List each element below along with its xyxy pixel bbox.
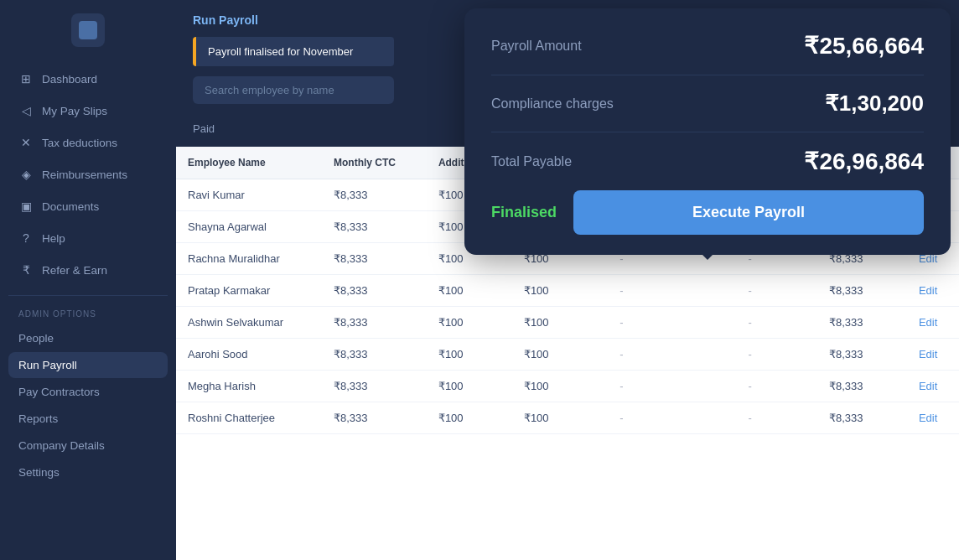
sidebar-item-pay-contractors-label: Pay Contractors [18, 386, 100, 398]
cell-edit[interactable]: Edit [907, 307, 959, 339]
payroll-amount-value: ₹25,66,664 [804, 32, 924, 60]
cell-monthly-ctc: ₹8,333 [322, 243, 427, 275]
sidebar-item-pay-contractors[interactable]: Pay Contractors [8, 379, 168, 405]
sidebar-item-people[interactable]: People [8, 325, 168, 351]
popup-divider-2 [491, 132, 924, 132]
sidebar-item-my-pay-slips[interactable]: ◁ My Pay Slips [8, 96, 168, 126]
sidebar-item-company-details[interactable]: Company Details [8, 433, 168, 459]
cell-deductions: ₹100 [512, 402, 608, 434]
cell-employee-name: Roshni Chatterjee [176, 402, 322, 434]
cell-deductions: ₹100 [512, 275, 608, 307]
cell-monthly-ctc: ₹8,333 [322, 179, 427, 211]
sidebar-item-help[interactable]: ? Help [8, 223, 168, 253]
cell-additions: ₹100 [427, 402, 512, 434]
compliance-value: ₹1,30,200 [825, 91, 924, 117]
cell-monthly-ctc: ₹8,333 [322, 371, 427, 402]
cell-edit[interactable]: Edit [907, 402, 959, 434]
sidebar-item-reports-label: Reports [18, 412, 58, 425]
popup-actions: Finalised Execute Payroll [491, 190, 924, 235]
col-monthly-ctc: Monthly CTC [322, 147, 427, 179]
sidebar-item-tax-deductions[interactable]: ✕ Tax deductions [8, 127, 168, 158]
reimbursements-icon: ◈ [18, 167, 34, 182]
app-logo [71, 13, 105, 47]
help-icon: ? [18, 231, 34, 246]
admin-nav: People Run Payroll Pay Contractors Repor… [0, 325, 176, 485]
cell-deductions: ₹100 [512, 339, 608, 371]
compliance-label: Compliance charges [491, 96, 614, 111]
dashboard-icon: ⊞ [18, 71, 34, 86]
payroll-amount-row: Payroll Amount ₹25,66,664 [491, 32, 924, 60]
sidebar-item-run-payroll-label: Run Payroll [18, 359, 77, 371]
cell-edit[interactable]: Edit [907, 371, 959, 402]
refer-icon: ₹ [18, 262, 34, 277]
total-value: ₹26,96,864 [804, 148, 924, 175]
sidebar-item-reports[interactable]: Reports [8, 406, 168, 432]
table-row: Ashwin Selvakumar ₹8,333 ₹100 ₹100 - - ₹… [176, 307, 959, 339]
total-label: Total Payable [491, 154, 572, 169]
cell-monthly-ctc: ₹8,333 [322, 275, 427, 307]
sidebar-item-reimbursements[interactable]: ◈ Reimbursements [8, 159, 168, 189]
cell-gross-pay: ₹8,333 [817, 307, 907, 339]
sidebar-item-refer-earn-label: Refer & Earn [42, 264, 107, 277]
cell-reimbursements: - [608, 307, 736, 339]
finalised-status: Finalised [491, 204, 557, 221]
sidebar-item-my-pay-slips-label: My Pay Slips [42, 105, 107, 117]
cell-monthly-ctc: ₹8,333 [322, 307, 427, 339]
cell-monthly-ctc: ₹8,333 [322, 339, 427, 371]
cell-deductions: ₹100 [512, 307, 608, 339]
sidebar-item-help-label: Help [42, 232, 65, 245]
cell-remarks: - [737, 402, 817, 434]
sidebar-item-documents[interactable]: ▣ Documents [8, 191, 168, 221]
cell-employee-name: Aarohi Sood [176, 339, 322, 371]
cell-gross-pay: ₹8,333 [817, 275, 907, 307]
sidebar-item-reimbursements-label: Reimbursements [42, 169, 127, 181]
cell-employee-name: Ravi Kumar [176, 179, 322, 211]
col-employee-name: Employee Name [176, 147, 322, 179]
tax-icon: ✕ [18, 135, 34, 150]
sidebar-item-settings[interactable]: Settings [8, 459, 168, 485]
cell-remarks: - [737, 307, 817, 339]
sidebar-item-people-label: People [18, 332, 54, 345]
cell-reimbursements: - [608, 402, 736, 434]
cell-employee-name: Ashwin Selvakumar [176, 307, 322, 339]
execute-payroll-button[interactable]: Execute Payroll [573, 190, 924, 235]
sidebar-nav: ⊞ Dashboard ◁ My Pay Slips ✕ Tax deducti… [0, 64, 176, 285]
cell-monthly-ctc: ₹8,333 [322, 402, 427, 434]
cell-reimbursements: - [608, 339, 736, 371]
sidebar-item-dashboard-label: Dashboard [42, 73, 97, 86]
cell-employee-name: Pratap Karmakar [176, 275, 322, 307]
table-row: Roshni Chatterjee ₹8,333 ₹100 ₹100 - - ₹… [176, 402, 959, 434]
main-content: Run Payroll Payroll finalised for Novemb… [176, 0, 959, 560]
cell-gross-pay: ₹8,333 [817, 402, 907, 434]
cell-reimbursements: - [608, 275, 736, 307]
search-input[interactable] [193, 76, 394, 104]
cell-gross-pay: ₹8,333 [817, 371, 907, 402]
cell-deductions: ₹100 [512, 371, 608, 402]
cell-additions: ₹100 [427, 339, 512, 371]
sidebar-item-tax-deductions-label: Tax deductions [42, 137, 117, 149]
cell-edit[interactable]: Edit [907, 275, 959, 307]
sidebar-item-documents-label: Documents [42, 200, 99, 213]
popup-divider-1 [491, 75, 924, 75]
cell-remarks: - [737, 371, 817, 402]
table-row: Megha Harish ₹8,333 ₹100 ₹100 - - ₹8,333… [176, 371, 959, 402]
payroll-notice: Payroll finalised for November [193, 37, 394, 66]
cell-monthly-ctc: ₹8,333 [322, 211, 427, 243]
sidebar-item-refer-earn[interactable]: ₹ Refer & Earn [8, 255, 168, 285]
sidebar-item-company-details-label: Company Details [18, 439, 105, 452]
paid-label: Paid [193, 122, 215, 135]
cell-edit[interactable]: Edit [907, 339, 959, 371]
cell-remarks: - [737, 275, 817, 307]
pay-slips-icon: ◁ [18, 103, 34, 118]
cell-gross-pay: ₹8,333 [817, 339, 907, 371]
sidebar-item-dashboard[interactable]: ⊞ Dashboard [8, 64, 168, 94]
payroll-amount-label: Payroll Amount [491, 39, 582, 54]
table-row: Aarohi Sood ₹8,333 ₹100 ₹100 - - ₹8,333 … [176, 339, 959, 371]
cell-remarks: - [737, 339, 817, 371]
sidebar-item-run-payroll[interactable]: Run Payroll [8, 352, 168, 378]
cell-additions: ₹100 [427, 275, 512, 307]
cell-additions: ₹100 [427, 307, 512, 339]
cell-employee-name: Megha Harish [176, 371, 322, 402]
table-row: Pratap Karmakar ₹8,333 ₹100 ₹100 - - ₹8,… [176, 275, 959, 307]
cell-additions: ₹100 [427, 371, 512, 402]
